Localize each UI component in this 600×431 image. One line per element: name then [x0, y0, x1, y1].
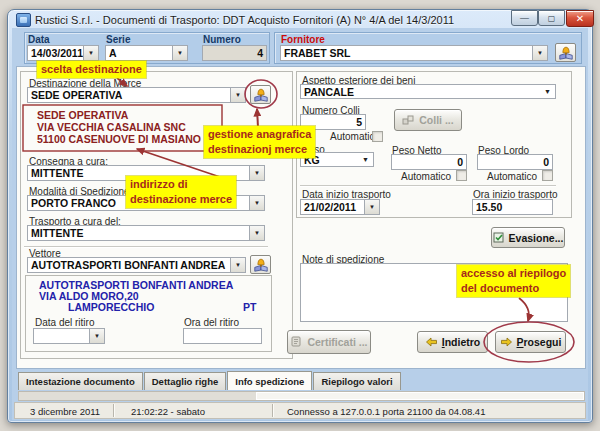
peso-lordo-automatico-label: Automatico	[487, 171, 537, 182]
fornitore-anagrafica-button[interactable]	[555, 43, 576, 62]
chevron-down-icon[interactable]: ▼	[540, 85, 555, 98]
divider	[24, 246, 268, 247]
destination-address-line: SEDE OPERATIVA	[37, 109, 128, 121]
tab-riepilogo-valori[interactable]: Riepilogo valori	[313, 372, 400, 390]
minimize-button[interactable]: —	[511, 10, 538, 26]
divider	[272, 404, 273, 417]
maximize-button[interactable]: ▢	[538, 10, 565, 26]
chevron-down-icon[interactable]: ▼	[249, 226, 264, 240]
peso-netto-field[interactable]: 0	[391, 154, 467, 170]
tab-bar: Intestazione documento Dettaglio righe I…	[18, 372, 402, 391]
data-select[interactable]: 14/03/2011▼	[27, 45, 99, 61]
peso-netto-automatico-checkbox[interactable]	[456, 170, 467, 181]
chevron-down-icon[interactable]: ▼	[364, 200, 379, 214]
certificati-button: Certificati ...	[287, 330, 371, 354]
close-icon: ✕	[576, 13, 584, 24]
ora-inizio-field[interactable]: 15.50	[472, 199, 553, 215]
serie-select[interactable]: A▼	[105, 45, 188, 61]
serie-label: Serie	[106, 34, 130, 45]
peso-lordo-automatico-checkbox[interactable]	[542, 170, 553, 181]
chevron-down-icon[interactable]: ▼	[230, 258, 245, 272]
chevron-down-icon[interactable]: ▼	[230, 88, 245, 102]
minimize-icon: —	[520, 13, 529, 23]
divider	[300, 185, 556, 186]
app-icon	[16, 13, 31, 27]
ora-ritiro-label: Ora del ritiro	[184, 317, 239, 328]
tab-dettaglio-righe[interactable]: Dettaglio righe	[144, 372, 227, 390]
aspetto-select[interactable]: PANCALE▼	[300, 84, 556, 99]
vettore-anagrafica-button[interactable]	[250, 255, 271, 274]
colli-button: Colli ...	[394, 109, 462, 131]
chevron-down-icon[interactable]: ▼	[249, 196, 264, 210]
indietro-button[interactable]: Indietro	[417, 331, 488, 353]
vettore-province: PT	[243, 301, 256, 313]
annotation-accesso-riepilogo: accesso al riepilogodel documento	[457, 265, 570, 297]
screen: Rustici S.r.l. - Documenti di Trasporto:…	[0, 0, 600, 431]
colli-automatico-checkbox[interactable]	[372, 131, 383, 142]
status-date: 3 dicembre 2011	[30, 406, 100, 417]
annotation-gestione-anagrafica: gestione anagraficadestinazionj merce	[204, 126, 315, 158]
divider	[113, 404, 114, 417]
annotation-indirizzo-destinazione: indirizzo didestinazione merce	[126, 176, 236, 208]
evasione-button[interactable]: Evasione...	[491, 227, 565, 248]
prosegui-button[interactable]: Prosegui	[495, 331, 566, 353]
bell-book-icon	[253, 88, 269, 102]
vettore-city: LAMPORECCHIO	[68, 301, 154, 313]
progress-strip	[18, 391, 585, 401]
progress-segment	[256, 392, 584, 400]
back-arrow-icon	[425, 337, 438, 347]
evasione-icon	[493, 232, 505, 243]
chevron-down-icon[interactable]: ▼	[249, 166, 264, 180]
numero-label: Numero	[203, 34, 241, 45]
ora-ritiro-field[interactable]	[183, 328, 262, 344]
status-time: 21:02:22 - sabato	[131, 406, 205, 417]
status-connection: Connesso a 127.0.0.1 porta 21100 da 04.0…	[287, 406, 485, 417]
peso-netto-automatico-label: Automatico	[401, 171, 451, 182]
forward-arrow-icon	[500, 337, 513, 347]
chevron-down-icon[interactable]: ▼	[83, 46, 98, 60]
maximize-icon: ▢	[548, 14, 556, 23]
close-button[interactable]: ✕	[566, 10, 594, 27]
data-inizio-select[interactable]: 21/02/2011▼	[300, 199, 380, 215]
chevron-down-icon[interactable]: ▼	[89, 329, 104, 343]
bell-book-icon	[558, 46, 574, 60]
chevron-down-icon[interactable]: ▼	[172, 46, 187, 60]
fornitore-select[interactable]: FRABET SRL▼	[280, 45, 548, 61]
trasporto-select[interactable]: MITTENTE▼	[27, 225, 265, 241]
vettore-select[interactable]: AUTOTRASPORTI BONFANTI ANDREA▼	[27, 257, 246, 273]
destinazione-anagrafica-button[interactable]	[250, 85, 271, 104]
fornitore-label: Fornitore	[281, 34, 325, 45]
chevron-down-icon[interactable]: ▼	[532, 46, 547, 60]
destination-address-line: 51100 CASENUOVE DI MASIANO	[37, 133, 201, 145]
packages-icon	[402, 115, 415, 126]
certificate-icon	[290, 336, 303, 348]
data-label: Data	[28, 34, 50, 45]
destinazione-select[interactable]: SEDE OPERATIVA▼	[27, 87, 246, 103]
annotation-scelta-destinazione: scelta destinazione	[37, 61, 146, 78]
destination-address-line: VIA VECCHIA CASALINA SNC	[37, 121, 186, 133]
tab-intestazione-documento[interactable]: Intestazione documento	[18, 372, 143, 390]
bell-book-icon	[253, 258, 269, 272]
tab-info-spedizione[interactable]: Info spedizione	[227, 371, 312, 390]
chevron-down-icon[interactable]: ▼	[358, 153, 373, 166]
window-title: Rustici S.r.l. - Documenti di Trasporto:…	[35, 14, 454, 26]
data-ritiro-select[interactable]: ▼	[33, 328, 105, 344]
numero-field: 4	[202, 45, 267, 61]
peso-lordo-field[interactable]: 0	[477, 154, 553, 170]
data-ritiro-label: Data del ritiro	[35, 317, 94, 328]
